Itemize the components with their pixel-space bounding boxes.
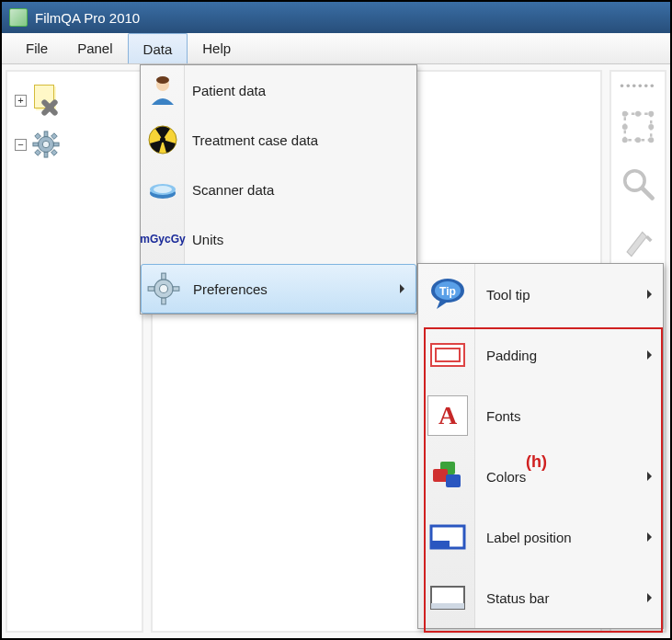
menu-item-treatment-data[interactable]: Treatment case data: [141, 115, 416, 165]
svg-rect-41: [433, 469, 448, 482]
submenu-label: Label position: [486, 530, 572, 545]
app-icon: [9, 8, 28, 27]
submenu-arrow-icon: [647, 532, 652, 542]
menu-help[interactable]: Help: [188, 33, 245, 63]
svg-point-16: [635, 137, 641, 143]
submenu-item-fonts[interactable]: A Fonts: [418, 385, 663, 446]
submenu-arrow-icon: [400, 284, 404, 293]
preferences-submenu: Tip Tool tip Padding A Fonts Colors Labe…: [417, 263, 664, 629]
data-dropdown-menu: Patient data Treatment case data Scanner…: [140, 64, 417, 314]
menu-item-scanner-data[interactable]: Scanner data: [141, 165, 416, 214]
svg-rect-3: [33, 143, 39, 146]
gear-icon: [147, 272, 180, 305]
menu-panel[interactable]: Panel: [63, 33, 127, 63]
menu-label: Units: [192, 232, 223, 247]
svg-text:Tip: Tip: [439, 285, 456, 298]
submenu-label: Fonts: [486, 408, 521, 424]
svg-rect-5: [35, 133, 41, 140]
svg-point-28: [154, 186, 172, 193]
toolbar-grip-icon: ••••••: [620, 79, 655, 88]
submenu-label: Tool tip: [486, 287, 530, 303]
colors-icon: [427, 456, 468, 497]
svg-point-18: [648, 124, 654, 130]
menu-data[interactable]: Data: [128, 33, 188, 63]
crop-icon: [621, 109, 655, 147]
svg-rect-8: [51, 150, 58, 156]
svg-point-12: [648, 110, 654, 116]
svg-rect-46: [431, 603, 464, 609]
svg-point-25: [160, 137, 165, 143]
svg-point-11: [622, 110, 628, 116]
menu-label: Treatment case data: [192, 132, 318, 148]
title-bar: FilmQA Pro 2010: [2, 2, 670, 33]
font-icon: A: [427, 395, 468, 436]
menu-item-patient-data[interactable]: Patient data: [141, 65, 416, 115]
submenu-arrow-icon: [647, 350, 652, 360]
svg-rect-4: [53, 143, 59, 146]
svg-rect-42: [446, 474, 461, 487]
person-icon: [146, 74, 179, 107]
expand-minus-icon[interactable]: −: [15, 139, 27, 151]
menu-item-units[interactable]: mGy cGy Units: [141, 214, 416, 264]
pen-icon: [621, 223, 655, 261]
tree-item-settings[interactable]: −: [15, 131, 134, 158]
expand-plus-icon[interactable]: +: [15, 95, 27, 107]
menu-file[interactable]: File: [11, 33, 63, 63]
svg-point-34: [160, 285, 168, 293]
case-delete-icon: [32, 85, 63, 116]
annotation-label-h: (h): [526, 452, 547, 472]
submenu-arrow-icon: [647, 290, 652, 299]
svg-rect-30: [162, 273, 166, 280]
submenu-item-statusbar[interactable]: Status bar: [418, 567, 663, 628]
submenu-item-tooltip[interactable]: Tip Tool tip: [418, 264, 663, 325]
menu-item-preferences[interactable]: Preferences: [141, 264, 416, 314]
menu-label: Preferences: [193, 281, 268, 297]
gear-icon: [32, 131, 60, 158]
svg-point-13: [622, 137, 628, 143]
submenu-item-padding[interactable]: Padding: [418, 325, 663, 385]
tree-sidebar: + −: [6, 70, 143, 633]
padding-icon: [427, 335, 468, 375]
svg-line-20: [643, 188, 653, 198]
svg-point-23: [156, 76, 169, 84]
scanner-icon: [146, 173, 179, 206]
app-title: FilmQA Pro 2010: [35, 10, 140, 26]
svg-rect-31: [162, 298, 166, 304]
radiation-icon: [146, 123, 179, 156]
svg-point-9: [42, 141, 50, 148]
svg-rect-10: [625, 113, 652, 140]
crop-tool-button[interactable]: [621, 110, 655, 145]
submenu-arrow-icon: [647, 472, 652, 481]
svg-rect-6: [51, 133, 58, 140]
submenu-label: Padding: [486, 348, 537, 363]
svg-point-17: [622, 124, 628, 130]
menu-label: Patient data: [192, 83, 266, 98]
statusbar-icon: [427, 577, 468, 618]
submenu-label: Colors: [486, 469, 526, 485]
svg-rect-33: [173, 287, 179, 291]
svg-rect-1: [44, 131, 48, 137]
menu-bar: File Panel Data Help: [2, 33, 670, 64]
magnifier-icon: [621, 166, 655, 204]
svg-rect-7: [35, 150, 41, 156]
tree-item-case[interactable]: +: [15, 85, 134, 116]
zoom-tool-button[interactable]: [621, 167, 655, 202]
menu-label: Scanner data: [192, 182, 274, 198]
submenu-arrow-icon: [647, 593, 652, 602]
svg-rect-32: [148, 287, 154, 291]
tip-bubble-icon: Tip: [427, 274, 468, 314]
draw-tool-button[interactable]: [621, 224, 655, 259]
svg-point-15: [635, 110, 641, 116]
label-position-icon: [427, 517, 468, 557]
units-icon: mGy cGy: [146, 223, 179, 256]
submenu-label: Status bar: [486, 590, 549, 606]
svg-rect-44: [431, 541, 450, 548]
svg-point-14: [648, 137, 654, 143]
svg-rect-2: [44, 152, 48, 157]
submenu-item-labelpos[interactable]: Label position: [418, 507, 663, 567]
